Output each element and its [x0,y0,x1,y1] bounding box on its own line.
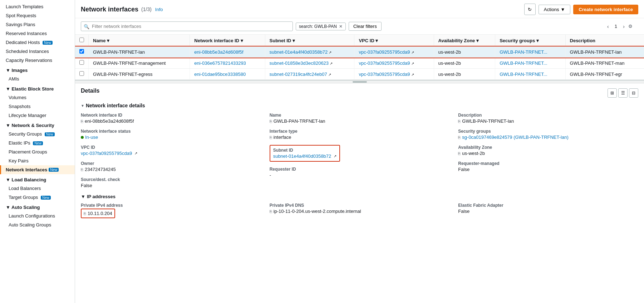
detail-source-dest: Source/dest. check False [81,177,261,188]
copy-name-icon[interactable]: ⎘ [270,119,272,123]
vpc-link-icon: ↗ [411,62,414,65]
sidebar-item-scheduled-instances[interactable]: Scheduled Instances [0,47,75,56]
subnet-link[interactable]: subnet-01e4a4f40d0358b72 [270,49,328,55]
actions-button[interactable]: Actions ▼ [539,5,571,14]
col-vpc[interactable]: VPC ID ▾ [354,35,434,47]
sidebar-item-elastic-ips[interactable]: Elastic IPs New [0,138,75,147]
header-actions: ↻ Actions ▼ Create network interface [524,4,638,15]
sidebar: Launch Templates Spot Requests Savings P… [0,0,75,303]
col-subnet[interactable]: Subnet ID ▾ [265,35,354,47]
sidebar-item-volumes[interactable]: Volumes [0,93,75,102]
sg-link[interactable]: GWLB-PAN-TRFNET... [500,49,547,55]
sidebar-item-savings-plans[interactable]: Savings Plans [0,20,75,29]
vpc-link[interactable]: vpc-037fa09255795cda9 [81,151,132,156]
vpc-link[interactable]: vpc-037fa09255795cda9 [359,60,410,66]
copy-private-ipv4-icon[interactable]: ⎘ [84,211,86,216]
pagination-gear-icon[interactable]: ⚙ [628,24,633,29]
sidebar-item-launch-templates[interactable]: Launch Templates [0,2,75,11]
row-checkbox[interactable] [79,49,84,54]
col-sg[interactable]: Security groups ▾ [495,35,565,47]
sidebar-item-capacity-reservations[interactable]: Capacity Reservations [0,56,75,65]
cell-sg: GWLB-PAN-TRFNET... [495,47,565,58]
filter-bar: 🔍 search: GWLB-PAN ✕ Clear filters ‹ 1 ›… [75,18,644,35]
sidebar-item-security-groups[interactable]: Security Groups New [0,129,75,138]
subnet-link[interactable]: subnet-01e4a4f40d0358b72 [273,153,331,159]
vpc-link[interactable]: vpc-037fa09255795cda9 [359,72,410,77]
detail-vpc: VPC ID vpc-037fa09255795cda9 ↗ [81,145,261,156]
clear-filters-button[interactable]: Clear filters [349,22,382,31]
detail-requester-id: Requester ID - [270,167,450,178]
col-name[interactable]: Name ▾ [89,35,190,47]
detail-name: Name ⎘ GWLB-PAN-TRFNET-lan [270,113,450,124]
detail-view-table-icon[interactable]: ⊟ [629,88,638,98]
ip-section-title: ▼ IP addresses [81,194,638,199]
sidebar-item-auto-scaling-groups[interactable]: Auto Scaling Groups [0,220,75,229]
sidebar-item-lifecycle-manager[interactable]: Lifecycle Manager [0,111,75,120]
ip-details-grid: Private IPv4 address ⎘ 10.11.0.204 Priva… [81,203,638,218]
sidebar-item-snapshots[interactable]: Snapshots [0,102,75,111]
eni-link[interactable]: eni-08bb5e3a24d608f5f [194,49,243,55]
next-page-button[interactable]: › [621,23,627,30]
sidebar-item-load-balancers[interactable]: Load Balancers [0,184,75,193]
eni-link[interactable]: eni-01dae95bce3338580 [194,72,246,77]
vpc-link[interactable]: vpc-037fa09255795cda9 [359,49,410,55]
sidebar-item-spot-requests[interactable]: Spot Requests [0,11,75,20]
table-row[interactable]: GWLB-PAN-TRFNET-laneni-08bb5e3a24d608f5f… [75,47,644,58]
detail-view-grid-icon[interactable]: ⊞ [608,88,617,98]
refresh-button[interactable]: ↻ [524,4,536,15]
copy-type-icon[interactable]: ⎘ [270,135,272,140]
col-desc[interactable]: Description [565,35,644,47]
section-title: ▼ Network interface details [81,103,638,108]
sidebar-item-placement-groups[interactable]: Placement Groups [0,147,75,156]
row-checkbox[interactable] [79,60,84,65]
subnet-link[interactable]: subnet-027319ca4fc24eb07 [270,72,327,77]
sidebar-item-launch-configurations[interactable]: Launch Configurations [0,211,75,220]
subnet-link[interactable]: subnet-01858e3d3ec820623 [270,60,329,66]
cell-description: GWLB-PAN-TRFNET-egr [565,69,644,80]
select-all-header[interactable] [75,35,89,47]
cell-name: GWLB-PAN-TRFNET-egress [89,69,190,80]
table-row[interactable]: GWLB-PAN-TRFNET-managementeni-036e675782… [75,58,644,69]
detail-description: Description ⎘ GWLB-PAN-TRFNET-lan [458,113,638,124]
table-row[interactable]: GWLB-PAN-TRFNET-egresseni-01dae95bce3338… [75,69,644,80]
cell-eni: eni-036e6757821433293 [190,58,265,69]
details-panel: Details ⊞ ☰ ⊟ ▼ Network interface detail… [75,83,644,303]
search-icon: 🔍 [84,24,89,29]
sidebar-item-dedicated-hosts[interactable]: Dedicated Hosts New [0,38,75,47]
sidebar-section-auto-scaling: ▼ Auto Scaling [0,202,75,211]
sidebar-item-target-groups[interactable]: Target Groups New [0,193,75,202]
sg-link[interactable]: sg-0ca0197469e824579 (GWLB-PAN-TRFNET-la… [462,135,568,140]
copy-desc-icon[interactable]: ⎘ [458,119,461,123]
page-number: 1 [613,23,619,30]
filter-chip-remove[interactable]: ✕ [339,24,343,29]
info-link[interactable]: Info [155,7,163,12]
row-checkbox[interactable] [79,71,84,76]
panel-resizer[interactable] [75,80,644,83]
sg-link[interactable]: GWLB-PAN-TRFNET... [500,60,547,66]
vpc-external-link-icon: ↗ [134,151,137,155]
sidebar-item-reserved-instances[interactable]: Reserved Instances [0,29,75,38]
cell-az: us-west-2b [434,69,495,80]
copy-eni-icon[interactable]: ⎘ [81,119,83,123]
sg-link[interactable]: GWLB-PAN-TRFNET... [500,72,547,77]
subnet-link-icon: ↗ [329,50,331,54]
copy-sg-icon[interactable]: ⎘ [458,135,461,140]
sidebar-item-key-pairs[interactable]: Key Pairs [0,156,75,165]
copy-az-icon[interactable]: ⎘ [458,151,461,156]
sidebar-item-amis[interactable]: AMIs [0,74,75,83]
search-input[interactable] [81,21,293,31]
detail-view-list-icon[interactable]: ☰ [618,88,628,98]
copy-owner-icon[interactable]: ⎘ [81,167,83,172]
status-link[interactable]: In-use [85,135,98,140]
create-button[interactable]: Create network interface [573,5,638,14]
prev-page-button[interactable]: ‹ [605,23,611,30]
detail-efa: Elastic Fabric Adapter False [458,203,638,218]
col-az[interactable]: Availability Zone ▾ [434,35,495,47]
copy-dns-icon[interactable]: ⎘ [270,209,272,214]
select-all-checkbox[interactable] [79,38,84,42]
refresh-icon: ↻ [528,7,532,12]
eni-link[interactable]: eni-036e6757821433293 [194,60,246,66]
sidebar-item-network-interfaces[interactable]: Network Interfaces New [0,165,75,174]
cell-description: GWLB-PAN-TRFNET-lan [565,47,644,58]
col-eni[interactable]: Network interface ID ▾ [190,35,265,47]
